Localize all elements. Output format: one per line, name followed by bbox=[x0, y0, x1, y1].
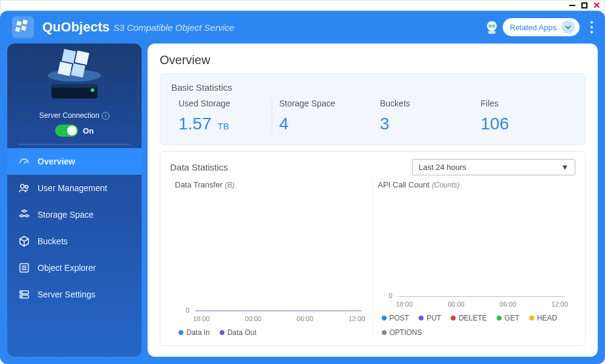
list-icon bbox=[18, 262, 30, 274]
app-name: QuObjects bbox=[42, 19, 110, 35]
caret-down-icon: ▼ bbox=[561, 163, 569, 172]
sidebar-item-label: User Management bbox=[38, 183, 107, 193]
x-axis-ticks: 18:0000:0006:0012:00 bbox=[175, 314, 368, 322]
time-range-select[interactable]: Last 24 hours ▼ bbox=[412, 159, 575, 175]
legend-item: Data Out bbox=[220, 328, 257, 337]
related-apps-label: Related Apps bbox=[510, 23, 557, 32]
chart-legend: POSTPUTDELETEGETHEADOPTIONS bbox=[378, 314, 571, 337]
svg-rect-3 bbox=[21, 25, 27, 31]
more-menu-button[interactable] bbox=[590, 21, 593, 33]
sidebar-item-user-management[interactable]: User Management bbox=[7, 175, 142, 201]
gauge-icon bbox=[18, 155, 30, 167]
page-title: Overview bbox=[160, 53, 586, 67]
sidebar-item-label: Overview bbox=[38, 157, 75, 166]
svg-rect-1 bbox=[22, 19, 28, 25]
stat-files: Files 106 bbox=[474, 99, 575, 134]
svg-point-15 bbox=[91, 88, 94, 92]
server-icon bbox=[18, 288, 30, 301]
sidebar-item-label: Storage Space bbox=[38, 210, 94, 219]
sidebar-item-server-settings[interactable]: Server Settings bbox=[7, 281, 142, 308]
svg-point-21 bbox=[21, 292, 22, 293]
svg-rect-9 bbox=[62, 49, 76, 63]
svg-point-22 bbox=[21, 296, 22, 297]
main-content: Overview Basic Statistics Used Storage 1… bbox=[148, 44, 598, 357]
svg-rect-10 bbox=[75, 51, 90, 65]
sidebar-item-label: Buckets bbox=[38, 236, 68, 246]
x-axis-ticks: 18:0000:0006:0012:00 bbox=[378, 299, 571, 308]
maximize-button[interactable] bbox=[580, 1, 589, 10]
data-transfer-chart: Data Transfer(B) 0 18:0000:0006:0012:00 … bbox=[170, 180, 373, 337]
server-connection-label: Server Connection i bbox=[7, 111, 142, 120]
sidebar: Server Connection i On Overview User Man… bbox=[7, 44, 142, 357]
app-header: QuObjects S3 Compatible Object Service R… bbox=[0, 11, 605, 44]
svg-point-16 bbox=[21, 184, 24, 188]
stat-buckets: Buckets 3 bbox=[373, 99, 474, 134]
chevron-down-icon bbox=[561, 21, 575, 34]
basic-stats-title: Basic Statistics bbox=[171, 82, 574, 93]
legend-item: GET bbox=[497, 314, 520, 322]
svg-rect-0 bbox=[16, 21, 22, 26]
svg-rect-12 bbox=[71, 63, 85, 78]
cubes-icon bbox=[18, 209, 30, 221]
server-illustration bbox=[7, 44, 142, 110]
sidebar-item-buckets[interactable]: Buckets bbox=[7, 228, 142, 255]
svg-point-5 bbox=[488, 24, 492, 28]
legend-item: OPTIONS bbox=[382, 328, 422, 337]
users-icon bbox=[18, 182, 30, 194]
stat-used-storage: Used Storage 1.57TB bbox=[171, 99, 272, 134]
svg-rect-7 bbox=[488, 31, 495, 34]
time-range-selected: Last 24 hours bbox=[419, 163, 466, 172]
data-stats-title: Data Statistics bbox=[170, 162, 412, 172]
sidebar-item-object-explorer[interactable]: Object Explorer bbox=[7, 255, 142, 281]
sidebar-item-label: Object Explorer bbox=[38, 263, 96, 273]
api-call-chart: API Call Count(Counts) 0 18:0000:0006:00… bbox=[373, 180, 576, 337]
data-statistics-card: Data Statistics Last 24 hours ▼ Data Tra… bbox=[160, 151, 586, 346]
app-subtitle: S3 Compatible Object Service bbox=[113, 22, 234, 33]
app-window: QuObjects S3 Compatible Object Service R… bbox=[0, 11, 605, 364]
svg-rect-2 bbox=[15, 27, 21, 32]
related-apps-button[interactable]: Related Apps bbox=[503, 18, 580, 36]
chart-legend: Data InData Out bbox=[175, 328, 368, 337]
app-logo-icon bbox=[12, 16, 34, 38]
sidebar-item-label: Server Settings bbox=[38, 290, 96, 299]
cube-icon bbox=[18, 235, 30, 247]
window-titlebar: ✕ bbox=[0, 0, 605, 11]
svg-point-6 bbox=[492, 24, 495, 28]
legend-item: PUT bbox=[419, 314, 441, 322]
legend-item: Data In bbox=[178, 328, 210, 337]
minimize-button[interactable] bbox=[568, 1, 577, 10]
svg-rect-14 bbox=[51, 84, 97, 88]
legend-item: HEAD bbox=[529, 314, 557, 322]
sidebar-item-overview[interactable]: Overview bbox=[7, 148, 142, 175]
assistant-icon[interactable] bbox=[483, 19, 500, 36]
sidebar-divider bbox=[18, 144, 131, 145]
sidebar-item-storage-space[interactable]: Storage Space bbox=[7, 201, 142, 228]
sidebar-nav: Overview User Management Storage Space B… bbox=[7, 148, 142, 308]
legend-item: POST bbox=[382, 314, 410, 322]
close-button[interactable]: ✕ bbox=[592, 1, 601, 10]
svg-rect-11 bbox=[57, 62, 72, 76]
server-toggle[interactable] bbox=[55, 125, 78, 137]
server-toggle-state: On bbox=[83, 126, 94, 135]
stat-storage-space: Storage Space 4 bbox=[272, 99, 373, 134]
basic-statistics-card: Basic Statistics Used Storage 1.57TB Sto… bbox=[160, 73, 586, 145]
legend-item: DELETE bbox=[451, 314, 487, 322]
info-icon[interactable]: i bbox=[102, 112, 110, 120]
svg-point-17 bbox=[25, 186, 28, 189]
